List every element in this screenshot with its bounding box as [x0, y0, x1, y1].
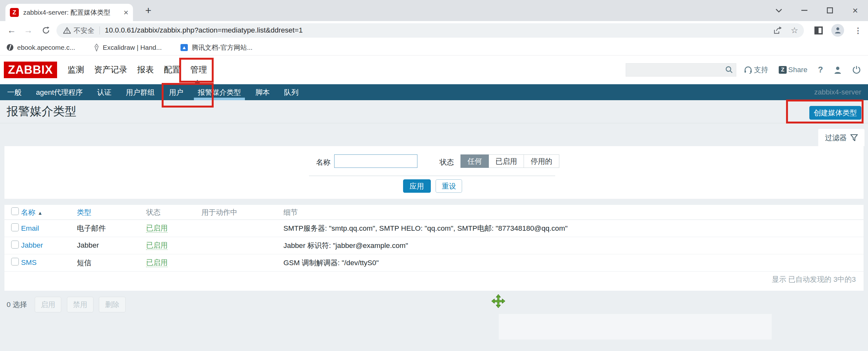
- status-filter-label: 状态: [439, 157, 454, 167]
- new-tab-button[interactable]: +: [141, 3, 156, 19]
- forward-icon[interactable]: →: [21, 21, 35, 40]
- title-divider: [0, 123, 868, 123]
- status-enabled-link[interactable]: 已启用: [146, 241, 168, 250]
- zabbix-logo[interactable]: ZABBIX: [4, 62, 57, 78]
- profile-button[interactable]: [834, 66, 842, 74]
- browser-tab[interactable]: Z zabbix4-server: 配置媒体类型 ×: [5, 4, 133, 21]
- media-type-link[interactable]: Jabber: [21, 241, 43, 249]
- security-warning-icon: [63, 27, 71, 34]
- side-panel-icon[interactable]: [814, 27, 823, 34]
- browser-menu-icon[interactable]: ⋮: [854, 21, 862, 40]
- annotation-box-admin-menu: [179, 58, 214, 83]
- filter-divider: [309, 175, 555, 176]
- bookmark-item[interactable]: Excalidraw | Hand...: [94, 44, 162, 51]
- bookmark-label: Excalidraw | Hand...: [103, 44, 162, 51]
- name-filter-input[interactable]: [334, 154, 417, 168]
- menu-inventory[interactable]: 资产记录: [94, 64, 127, 75]
- page-title: 报警媒介类型: [7, 104, 76, 119]
- header-tools: 支持 Z Share ?: [744, 56, 861, 84]
- row-checkbox[interactable]: [11, 241, 19, 248]
- headset-icon: [744, 66, 752, 74]
- status-option-any[interactable]: 任何: [461, 154, 489, 168]
- disable-button[interactable]: 禁用: [67, 297, 93, 312]
- name-filter-label: 名称: [316, 157, 330, 167]
- pen-icon: [94, 44, 99, 51]
- bookmark-star-icon[interactable]: ☆: [791, 26, 798, 35]
- profile-avatar[interactable]: [831, 24, 844, 37]
- select-all-checkbox[interactable]: [11, 207, 19, 215]
- maximize-button[interactable]: [817, 0, 842, 21]
- filter-label: 过滤器: [825, 133, 847, 143]
- reset-button[interactable]: 重设: [436, 179, 462, 193]
- support-link[interactable]: 支持: [744, 65, 768, 75]
- subnav-queue[interactable]: 队列: [277, 84, 306, 100]
- share-link[interactable]: Z Share: [779, 66, 807, 74]
- table-row-email: Email 电子邮件 已启用 SMTP服务器: "smtp.qq.com", S…: [4, 220, 864, 237]
- omnibox[interactable]: 不安全 10.0.0.61/zabbix/zabbix.php?action=m…: [57, 23, 804, 38]
- security-label[interactable]: 不安全: [74, 26, 94, 35]
- cell-type: 电子邮件: [77, 223, 146, 233]
- cell-details: SMTP服务器: "smtp.qq.com", SMTP HELO: "qq.c…: [283, 223, 864, 233]
- menu-reports[interactable]: 报表: [137, 64, 154, 75]
- subnav-scripts[interactable]: 脚本: [248, 84, 277, 100]
- row-checkbox[interactable]: [11, 223, 19, 231]
- admin-subnav: 一般 agent代理程序 认证 用户群组 用户 报警媒介类型 脚本 队列 zab…: [0, 84, 868, 100]
- enable-button[interactable]: 启用: [35, 297, 61, 312]
- filter-toggle-tab[interactable]: 过滤器: [818, 129, 865, 146]
- media-type-link[interactable]: SMS: [21, 259, 37, 266]
- move-cursor-icon: [491, 294, 505, 310]
- cell-details: GSM 调制解调器: "/dev/ttyS0": [283, 258, 864, 268]
- cell-details: Jabber 标识符: "jabber@example.com": [283, 241, 864, 251]
- close-window-button[interactable]: ×: [842, 0, 868, 21]
- cell-type: Jabber: [77, 241, 146, 250]
- apply-button[interactable]: 应用: [403, 179, 431, 193]
- bookmarks-bar: ebook.apecome.c... Excalidraw | Hand... …: [0, 40, 868, 56]
- logout-button[interactable]: [852, 66, 861, 74]
- row-checkbox[interactable]: [11, 258, 19, 265]
- selected-count: 0 选择: [7, 300, 27, 310]
- share-icon[interactable]: [774, 27, 782, 34]
- header-used-in-actions: 用于动作中: [202, 207, 283, 217]
- menu-configuration[interactable]: 配置: [164, 64, 181, 75]
- screen: Z zabbix4-server: 配置媒体类型 × + × ← → 不安全: [0, 0, 868, 351]
- table-row-jabber: Jabber Jabber 已启用 Jabber 标识符: "jabber@ex…: [4, 237, 864, 254]
- subnav-general[interactable]: 一般: [0, 84, 29, 100]
- sort-by-type[interactable]: 类型: [77, 208, 91, 216]
- subnav-proxies[interactable]: agent代理程序: [29, 84, 90, 100]
- tab-title: zabbix4-server: 配置媒体类型: [23, 8, 120, 17]
- search-icon: [725, 66, 733, 74]
- menu-monitoring[interactable]: 监测: [68, 64, 84, 75]
- status-enabled-link[interactable]: 已启用: [146, 259, 168, 267]
- status-option-enabled[interactable]: 已启用: [489, 154, 524, 168]
- minimize-button[interactable]: [792, 0, 817, 21]
- status-option-disabled[interactable]: 停用的: [524, 154, 559, 168]
- tab-close-icon[interactable]: ×: [124, 8, 128, 18]
- reload-icon[interactable]: [39, 21, 53, 40]
- bookmark-item[interactable]: ebook.apecome.c...: [7, 44, 75, 51]
- funnel-icon: [850, 134, 858, 141]
- support-label: 支持: [754, 65, 768, 75]
- subnav-user-groups[interactable]: 用户群组: [119, 84, 162, 100]
- global-search-input[interactable]: [626, 63, 736, 77]
- server-name: zabbix4-server: [814, 84, 861, 100]
- table-header-row: 名称▲ 类型 状态 用于动作中 细节: [4, 205, 864, 220]
- window-controls: ×: [766, 0, 868, 21]
- bookmark-label: 腾讯文档-官方网站...: [192, 43, 253, 52]
- faint-highlight-rect: [499, 314, 772, 340]
- browser-url-bar: ← → 不安全 10.0.0.61/zabbix/zabbix.php?acti…: [0, 21, 868, 40]
- media-type-link[interactable]: Email: [21, 224, 39, 232]
- table-summary: 显示 已自动发现的 3中的3: [4, 271, 864, 288]
- filter-panel: 名称 状态 任何 已启用 停用的 应用 重设: [4, 146, 864, 199]
- media-types-table: 名称▲ 类型 状态 用于动作中 细节 Email 电子邮件 已启用 SMTP服务…: [4, 205, 864, 291]
- delete-button[interactable]: 删除: [99, 297, 125, 312]
- bulk-actions-bar: 0 选择 启用 禁用 删除: [7, 297, 131, 312]
- bookmark-item[interactable]: ▲ 腾讯文档-官方网站...: [181, 43, 253, 52]
- back-icon[interactable]: ←: [4, 21, 19, 40]
- url-text[interactable]: 10.0.0.61/zabbix/zabbix.php?action=media…: [105, 26, 303, 34]
- tab-search-chevron-icon[interactable]: [766, 0, 792, 21]
- annotation-box-create-button: [786, 99, 864, 123]
- status-enabled-link[interactable]: 已启用: [146, 224, 168, 233]
- subnav-authentication[interactable]: 认证: [90, 84, 119, 100]
- sort-by-name[interactable]: 名称: [21, 208, 35, 216]
- help-button[interactable]: ?: [818, 65, 823, 75]
